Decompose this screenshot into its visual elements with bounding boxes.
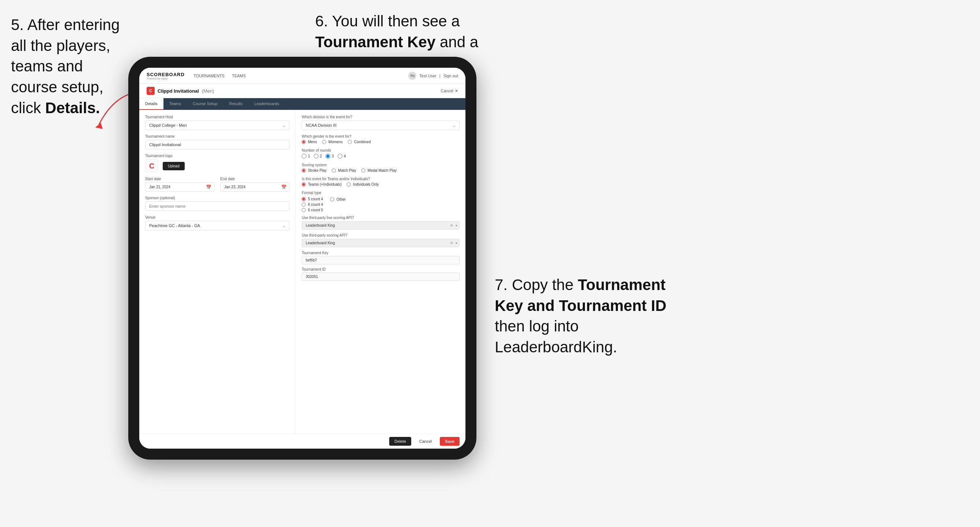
format-type-section: Format type 5 count 4 6 count 4	[302, 191, 323, 212]
format-6count5[interactable]: 6 count 5	[302, 208, 323, 212]
round-4[interactable]: 4	[337, 154, 346, 159]
scoring-match[interactable]: Match Play	[332, 168, 356, 173]
app-header: SCOREBOARD Powered by clippd TOURNAMENTS…	[139, 68, 465, 84]
sponsor-group: Sponsor (optional)	[145, 196, 290, 211]
individuals-only-radio[interactable]	[347, 183, 351, 186]
gender-mens[interactable]: Mens	[302, 140, 317, 144]
upload-button[interactable]: Upload	[163, 162, 185, 170]
format-6count5-radio[interactable]	[302, 208, 305, 212]
tab-leaderboards[interactable]: Leaderboards	[248, 98, 285, 110]
user-name: Test User	[419, 74, 436, 78]
tablet-screen: SCOREBOARD Powered by clippd TOURNAMENTS…	[139, 68, 465, 449]
third-party-2-clear[interactable]: ✕	[450, 241, 453, 245]
tournament-key-value: bef6b7	[302, 256, 460, 264]
gender-combined[interactable]: Combined	[348, 140, 371, 144]
third-party-1-section: Use third-party live scoring API? Leader…	[302, 216, 460, 230]
scoring-group: Scoring system Stroke Play Match Play	[302, 163, 460, 173]
scoring-stroke[interactable]: Stroke Play	[302, 168, 326, 173]
round-1-label: 1	[308, 154, 310, 158]
nav-links: TOURNAMENTS TEAMS	[194, 74, 246, 78]
third-party-2-select-wrap: Leaderboard King ✕ ▾	[302, 239, 460, 247]
round-2[interactable]: 2	[314, 154, 322, 159]
gender-womens[interactable]: Womens	[322, 140, 343, 144]
rounds-options: 1 2 3 4	[302, 154, 460, 159]
format-other[interactable]: Other	[330, 197, 345, 202]
scoring-match-label: Match Play	[338, 168, 356, 173]
rounds-label: Number of rounds	[302, 148, 460, 152]
format-6count4[interactable]: 6 count 4	[302, 203, 323, 206]
tab-teams[interactable]: Teams	[164, 98, 187, 110]
sponsor-label: Sponsor (optional)	[145, 196, 290, 200]
round-2-radio[interactable]	[314, 154, 318, 159]
pipe: |	[439, 74, 441, 78]
third-party-2-select[interactable]: Leaderboard King	[302, 239, 460, 247]
user-avatar: TU	[408, 72, 416, 80]
tournament-key-section: Tournament Key bef6b7	[302, 251, 460, 264]
cancel-close[interactable]: Cancel ✕	[441, 89, 458, 94]
division-label: Which division is the event for?	[302, 115, 460, 119]
tournament-name-label: Tournament name	[145, 134, 290, 138]
cancel-button[interactable]: Cancel	[414, 437, 437, 446]
round-3[interactable]: 3	[325, 154, 334, 159]
tournament-header: C Clippd Invitational (Men) Cancel ✕	[139, 84, 465, 98]
individuals-only-label: Individuals Only	[353, 183, 379, 186]
end-date-wrap: 📅	[220, 183, 290, 192]
gender-womens-label: Womens	[328, 140, 343, 144]
gender-mens-radio[interactable]	[302, 140, 305, 144]
gender-options: Mens Womens Combined	[302, 140, 460, 144]
gender-womens-radio[interactable]	[322, 140, 326, 144]
tournament-name-input[interactable]	[145, 140, 290, 149]
format-5count4-radio[interactable]	[302, 197, 305, 201]
third-party-1-select[interactable]: Leaderboard King	[302, 221, 460, 230]
scoring-medal-radio[interactable]	[361, 168, 365, 173]
format-6count4-radio[interactable]	[302, 203, 305, 206]
teams-plus-label: Teams (+Individuals)	[308, 183, 342, 186]
round-1[interactable]: 1	[302, 154, 310, 159]
teams-group: Is this event for Teams and/or Individua…	[302, 177, 460, 186]
scoring-stroke-radio[interactable]	[302, 168, 305, 173]
nav-tournaments[interactable]: TOURNAMENTS	[194, 74, 225, 78]
sign-out-link[interactable]: Sign out	[444, 74, 458, 78]
format-5count4[interactable]: 5 count 4	[302, 197, 323, 201]
main-content: Tournament Host Clippd College - Men Tou…	[139, 110, 465, 433]
save-button[interactable]: Save	[440, 437, 460, 446]
tabs-bar: Details Teams Course Setup Results Leade…	[139, 98, 465, 110]
end-date-input[interactable]	[220, 183, 290, 192]
tournament-id-label: Tournament ID	[302, 267, 460, 271]
tournament-key-label: Tournament Key	[302, 251, 460, 255]
start-date-group: Start date 📅	[145, 177, 215, 192]
round-1-radio[interactable]	[302, 154, 306, 159]
division-select-wrapper: NCAA Division III	[302, 121, 460, 130]
end-date-group: End date 📅	[220, 177, 290, 192]
delete-button[interactable]: Delete	[389, 437, 411, 446]
division-select[interactable]: NCAA Division III	[302, 121, 460, 130]
tab-details[interactable]: Details	[139, 98, 164, 110]
format-other-radio[interactable]	[330, 197, 334, 202]
third-party-1-chevron: ▾	[455, 224, 457, 227]
tournament-host-select[interactable]: Clippd College - Men	[145, 121, 290, 130]
third-party-1-clear[interactable]: ✕	[450, 224, 453, 227]
round-4-radio[interactable]	[337, 154, 342, 159]
tab-course-setup[interactable]: Course Setup	[187, 98, 223, 110]
sponsor-input[interactable]	[145, 202, 290, 211]
gender-combined-radio[interactable]	[348, 140, 352, 144]
teams-plus-radio[interactable]	[302, 183, 305, 186]
third-party-2-section: Use third-party scoring API? Leaderboard…	[302, 233, 460, 247]
close-icon[interactable]: ✕	[455, 89, 458, 94]
tab-results[interactable]: Results	[223, 98, 248, 110]
venue-select[interactable]: Peachtree GC - Atlanta - GA	[145, 221, 290, 230]
scoring-medal[interactable]: Medal Match Play	[361, 168, 396, 173]
round-3-radio[interactable]	[325, 154, 330, 159]
annotation-copy-label: Tournament Key and Tournament ID	[495, 276, 666, 314]
teams-label: Is this event for Teams and/or Individua…	[302, 177, 460, 181]
nav-teams[interactable]: TEAMS	[232, 74, 246, 78]
calendar-icon-start: 📅	[206, 184, 212, 190]
teams-plus-individuals[interactable]: Teams (+Individuals)	[302, 183, 342, 186]
end-date-label: End date	[220, 177, 290, 181]
scoring-match-radio[interactable]	[332, 168, 336, 173]
format-6count4-label: 6 count 4	[308, 203, 323, 206]
start-date-input[interactable]	[145, 183, 215, 192]
action-bar: Delete Cancel Save	[139, 433, 465, 449]
individuals-only[interactable]: Individuals Only	[347, 183, 379, 186]
venue-group: Venue Peachtree GC - Atlanta - GA	[145, 215, 290, 230]
